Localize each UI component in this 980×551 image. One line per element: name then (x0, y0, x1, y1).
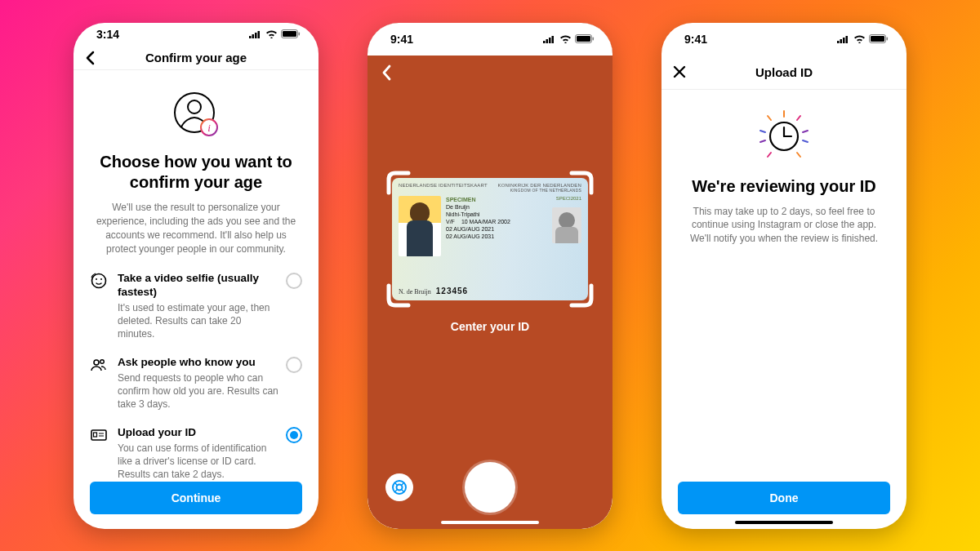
radio-button[interactable] (286, 273, 302, 289)
help-button[interactable] (385, 473, 413, 501)
wifi-icon (559, 34, 572, 43)
option-video-selfie[interactable]: Take a video selfie (usually fastest) It… (90, 271, 302, 341)
svg-line-32 (402, 489, 405, 492)
option-ask-people[interactable]: Ask people who know you Send requests to… (90, 355, 302, 411)
status-time: 9:41 (684, 33, 707, 46)
back-button[interactable] (381, 64, 392, 85)
status-bar: 9:41 (368, 23, 612, 56)
svg-rect-25 (577, 36, 590, 42)
camera-hint: Center your ID (368, 320, 612, 333)
svg-rect-2 (255, 33, 257, 38)
svg-line-44 (797, 153, 800, 157)
people-icon (91, 357, 107, 373)
id-card-preview: NEDERLANDSE IDENTITEITSKAART KONINKRIJK … (392, 178, 588, 300)
lifebuoy-icon (391, 479, 408, 495)
home-indicator[interactable] (441, 521, 539, 524)
svg-point-13 (100, 278, 102, 280)
svg-rect-33 (837, 41, 840, 43)
signal-icon (837, 35, 850, 43)
svg-rect-36 (846, 36, 849, 43)
wifi-icon (853, 34, 866, 43)
svg-line-43 (803, 140, 808, 142)
svg-line-41 (797, 116, 800, 120)
svg-text:i: i (207, 122, 211, 134)
radio-button[interactable] (286, 357, 302, 373)
signal-icon (249, 30, 262, 38)
option-title: Take a video selfie (usually fastest) (118, 271, 281, 300)
status-bar: 3:14 (74, 23, 318, 47)
status-indicators (249, 29, 301, 38)
main-title: We're reviewing your ID (678, 176, 890, 197)
clock-shine-icon (678, 108, 890, 165)
id-country-left: NEDERLANDSE IDENTITEITSKAART (399, 183, 488, 193)
continue-button[interactable]: Continue (90, 482, 302, 514)
battery-icon (281, 29, 301, 38)
id-dob: 10 MAA/MAR 2002 (461, 218, 510, 225)
svg-rect-26 (593, 38, 595, 41)
svg-rect-39 (887, 38, 889, 41)
id-doc-number: 123456 (436, 287, 468, 295)
svg-rect-3 (258, 31, 261, 38)
id-givennames: Nidhi-Tripathi (446, 211, 537, 218)
subtitle: This may take up to 2 days, so feel free… (678, 205, 890, 246)
svg-line-30 (402, 482, 405, 486)
nav-header: Upload ID (662, 56, 906, 90)
svg-line-47 (760, 131, 765, 132)
svg-rect-22 (549, 38, 551, 43)
option-title: Upload your ID (118, 425, 281, 440)
id-signature: N. de Bruijn (399, 288, 431, 295)
svg-line-48 (768, 116, 771, 120)
svg-rect-17 (94, 433, 97, 437)
chevron-left-icon (381, 64, 392, 82)
svg-rect-23 (552, 36, 555, 43)
battery-icon (575, 34, 595, 43)
wifi-icon (265, 29, 278, 38)
svg-point-14 (94, 360, 99, 365)
svg-rect-0 (249, 36, 252, 38)
main-title: Choose how you want to confirm your age (90, 152, 302, 193)
status-indicators (543, 34, 595, 43)
option-title: Ask people who know you (118, 355, 281, 370)
svg-line-42 (803, 131, 808, 132)
option-desc: Send requests to people who can confirm … (118, 371, 281, 411)
svg-point-15 (100, 360, 105, 364)
status-time: 9:41 (390, 33, 413, 46)
svg-point-8 (188, 100, 201, 113)
svg-line-29 (394, 482, 398, 486)
shutter-button[interactable] (465, 462, 515, 513)
home-indicator[interactable] (735, 521, 833, 524)
chevron-left-icon (85, 51, 95, 65)
status-indicators (837, 34, 889, 43)
camera-scan-screen: 9:41 NEDERLANDSE IDENTITEITSKAART (368, 23, 612, 529)
status-time: 3:14 (96, 28, 119, 41)
svg-rect-20 (543, 41, 546, 43)
svg-line-31 (394, 489, 398, 492)
svg-rect-6 (299, 33, 301, 36)
back-button[interactable] (85, 51, 95, 65)
option-desc: You can use forms of identification like… (118, 442, 281, 482)
svg-point-12 (96, 278, 97, 280)
svg-point-11 (92, 273, 106, 287)
done-button[interactable]: Done (678, 482, 890, 514)
close-button[interactable] (673, 65, 686, 78)
reviewing-id-screen: 9:41 Upload ID (662, 23, 906, 529)
svg-rect-34 (840, 39, 843, 43)
confirm-age-screen: 3:14 Confirm your age i Choose how you w… (74, 23, 318, 529)
option-upload-id[interactable]: Upload your ID You can use forms of iden… (90, 425, 302, 481)
id-card-icon (91, 427, 107, 443)
id-photo-bw (552, 207, 581, 243)
radio-button[interactable] (286, 427, 302, 443)
svg-rect-5 (283, 31, 296, 37)
svg-line-45 (768, 153, 771, 157)
signal-icon (543, 35, 556, 43)
svg-rect-38 (871, 36, 884, 42)
id-photo (399, 196, 441, 256)
subtitle: We'll use the result to personalize your… (90, 201, 302, 256)
svg-rect-1 (252, 34, 255, 38)
battery-icon (869, 34, 889, 43)
face-scan-icon (91, 273, 107, 289)
nav-header: Confirm your age (74, 46, 318, 70)
svg-rect-35 (843, 38, 845, 43)
svg-rect-21 (546, 39, 549, 43)
header-title: Confirm your age (145, 51, 247, 64)
